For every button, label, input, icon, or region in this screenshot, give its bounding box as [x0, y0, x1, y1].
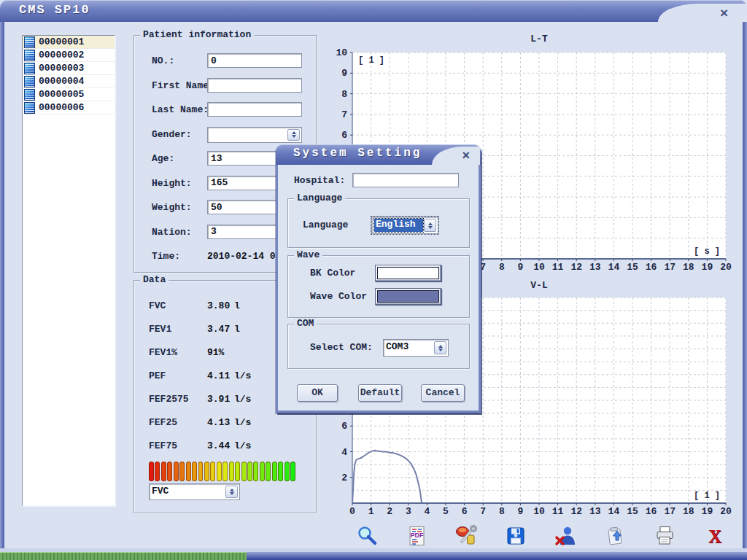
- svg-text:9: 9: [517, 262, 523, 273]
- data-row-value: 3.91: [207, 394, 230, 405]
- patient-list-item[interactable]: 00000001: [23, 36, 115, 49]
- wave-color-swatch[interactable]: [375, 288, 441, 305]
- colorbar-segment: [260, 462, 265, 481]
- bk-color-swatch[interactable]: [375, 265, 441, 281]
- svg-text:2: 2: [341, 472, 347, 483]
- search-icon[interactable]: [356, 525, 378, 547]
- colorbar-segment: [198, 462, 204, 481]
- patient-file-icon: [24, 102, 35, 114]
- svg-text:15: 15: [627, 262, 638, 273]
- ok-button[interactable]: OK: [297, 384, 338, 402]
- metric-select[interactable]: FVC: [149, 483, 240, 500]
- cancel-button[interactable]: Cancel: [421, 384, 465, 402]
- patient-file-icon: [24, 89, 35, 101]
- svg-text:14: 14: [608, 262, 620, 273]
- colorbar-segment: [290, 462, 295, 481]
- app-window: 0123456789101112131415161718192001234567…: [0, 0, 747, 560]
- tools-icon[interactable]: [455, 525, 477, 547]
- exit-icon[interactable]: X: [703, 525, 725, 547]
- spinner-icon[interactable]: [424, 219, 436, 232]
- severity-colorbar: [149, 462, 295, 481]
- svg-text:[ 1 ]: [ 1 ]: [358, 55, 384, 66]
- colorbar-segment: [167, 462, 172, 481]
- colorbar-segment: [241, 462, 247, 481]
- patient-list-item[interactable]: 00000002: [23, 49, 115, 62]
- patient-field-input[interactable]: [207, 53, 302, 68]
- data-row-name: FEF75: [149, 440, 177, 451]
- svg-text:19: 19: [702, 262, 713, 273]
- com-select[interactable]: COM3: [383, 339, 449, 357]
- patient-file-icon: [24, 50, 35, 61]
- language-select[interactable]: English: [371, 217, 438, 234]
- data-row-value: 3.47: [207, 324, 230, 335]
- svg-text:7: 7: [480, 262, 486, 273]
- language-group: Language Language English: [287, 198, 470, 248]
- svg-text:12: 12: [570, 506, 582, 517]
- patient-field-label: Nation:: [152, 227, 192, 238]
- patient-file-icon: [24, 63, 35, 74]
- colorbar-segment: [192, 462, 197, 481]
- svg-text:8: 8: [341, 89, 347, 100]
- print-icon[interactable]: [654, 525, 676, 547]
- export-icon[interactable]: [604, 525, 626, 547]
- patient-list: 0000000100000002000000030000000400000005…: [22, 35, 115, 506]
- wave-color-label: Wave Color: [310, 291, 367, 302]
- toolbar: PDFX: [0, 525, 747, 550]
- data-row-unit: l: [234, 300, 240, 311]
- svg-text:6: 6: [341, 130, 347, 141]
- patient-id-label: 00000006: [39, 102, 84, 113]
- colorbar-segment: [155, 462, 160, 481]
- svg-text:3: 3: [406, 506, 411, 517]
- dialog-close-icon[interactable]: ×: [462, 147, 470, 165]
- gender-select-value: [210, 129, 287, 141]
- bk-color-label: BK Color: [310, 268, 355, 279]
- svg-text:10: 10: [533, 506, 545, 517]
- data-row-value: 4.11: [207, 370, 230, 381]
- wave-color-fill: [377, 290, 439, 303]
- pdf-report-icon[interactable]: PDF: [406, 525, 427, 547]
- window-frame-right: [743, 22, 747, 548]
- patient-list-item[interactable]: 00000003: [23, 62, 115, 75]
- spinner-icon[interactable]: [434, 341, 446, 354]
- com-group: COM Select COM: COM3: [287, 324, 470, 369]
- data-row-name: FEV1: [149, 324, 171, 335]
- colorbar-segment: [161, 462, 166, 481]
- svg-text:16: 16: [646, 506, 657, 517]
- svg-text:13: 13: [589, 262, 601, 273]
- patient-field-input[interactable]: [207, 102, 302, 117]
- svg-text:15: 15: [627, 506, 638, 517]
- patient-field-label: Height:: [152, 178, 192, 189]
- patient-field-input[interactable]: [207, 78, 302, 93]
- spinner-icon[interactable]: [287, 129, 300, 141]
- data-row-value: 4.13: [207, 417, 230, 428]
- patient-field-label: Last Name:: [152, 104, 209, 115]
- svg-text:0: 0: [349, 506, 355, 517]
- data-row-unit: l/s: [234, 370, 251, 381]
- window-close-icon[interactable]: ×: [720, 4, 728, 22]
- patient-list-item[interactable]: 00000005: [23, 88, 115, 101]
- spinner-icon[interactable]: [225, 486, 238, 498]
- svg-text:11: 11: [552, 262, 564, 273]
- vl-chart-title: V-L: [530, 280, 548, 291]
- colorbar-segment: [210, 462, 215, 481]
- default-button[interactable]: Default: [358, 384, 402, 402]
- patient-id-label: 00000001: [39, 36, 84, 47]
- svg-text:17: 17: [664, 506, 676, 517]
- gender-select[interactable]: [207, 127, 302, 143]
- dialog-title: System Setting: [293, 147, 422, 160]
- patient-list-item[interactable]: 00000006: [23, 101, 115, 114]
- hospital-input[interactable]: [352, 173, 459, 187]
- hospital-label: Hospital:: [294, 175, 345, 186]
- colorbar-segment: [272, 462, 277, 481]
- colorbar-segment: [186, 462, 191, 481]
- patient-id-label: 00000003: [39, 63, 84, 74]
- save-icon[interactable]: [505, 525, 527, 547]
- svg-text:7: 7: [341, 109, 347, 120]
- window-titlebar: CMS SP10 ×: [0, 0, 747, 22]
- svg-text:[ s ]: [ s ]: [694, 246, 720, 257]
- wave-group-legend: Wave: [294, 249, 322, 261]
- delete-patient-icon[interactable]: [554, 525, 576, 547]
- data-row-name: FEV1%: [149, 347, 177, 358]
- patient-file-icon: [24, 76, 35, 88]
- patient-list-item[interactable]: 00000004: [23, 75, 115, 88]
